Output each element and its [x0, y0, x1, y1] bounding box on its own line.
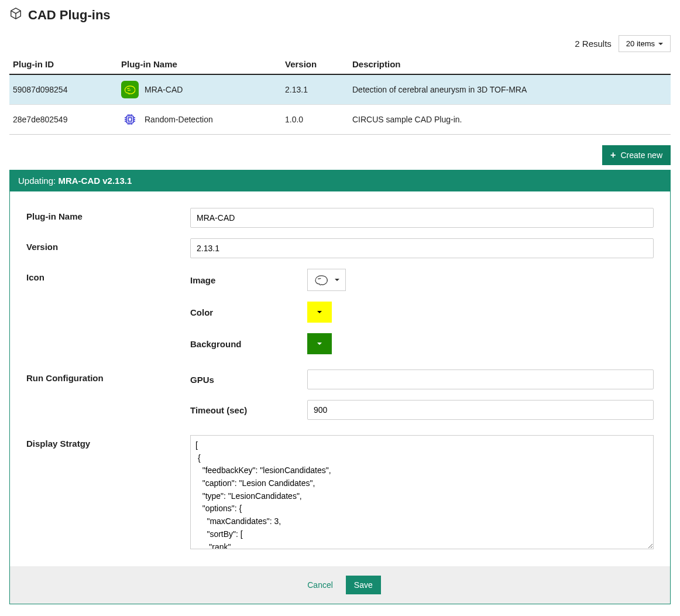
timeout-label: Timeout (sec) [190, 405, 307, 415]
icon-color-picker[interactable] [307, 302, 332, 323]
page-header: CAD Plug-ins [9, 7, 671, 23]
chip-icon [121, 111, 139, 128]
create-new-label: Create new [620, 150, 662, 160]
plugin-name-label: Plug-in Name [26, 208, 190, 221]
cell-description: Detection of cerebral aneurysm in 3D TOF… [349, 74, 671, 105]
save-button[interactable]: Save [346, 576, 381, 594]
cell-name: Random-Detection [145, 115, 213, 124]
run-config-label: Run Configuration [26, 369, 190, 383]
chevron-down-icon [317, 343, 322, 345]
col-header-id: Plug-in ID [9, 54, 118, 74]
results-count: 2 Results [575, 39, 612, 49]
version-label: Version [26, 238, 190, 252]
icon-section-label: Icon [26, 269, 190, 282]
plugin-table: Plug-in ID Plug-in Name Version Descript… [9, 54, 671, 135]
plus-icon: + [610, 150, 616, 160]
cell-id: 28e7de802549 [9, 105, 118, 135]
table-row[interactable]: 28e7de802549 Random-Detection [9, 105, 671, 135]
editor-header-prefix: Updating: [18, 176, 58, 186]
chevron-down-icon [317, 311, 322, 313]
col-header-version: Version [281, 54, 349, 74]
svg-rect-0 [126, 116, 133, 123]
editor-footer: Cancel Save [10, 566, 670, 604]
gpus-label: GPUs [190, 375, 307, 385]
version-input[interactable] [190, 238, 654, 258]
svg-rect-1 [128, 118, 132, 121]
col-header-name: Plug-in Name [118, 54, 281, 74]
cell-name: MRA-CAD [145, 85, 183, 94]
package-icon [9, 7, 22, 23]
table-row[interactable]: 59087d098254 MRA-CAD 2.13.1 Detection of… [9, 74, 671, 105]
editor-header: Updating: MRA-CAD v2.13.1 [10, 170, 670, 191]
brain-icon [314, 274, 329, 286]
gpus-input[interactable] [307, 369, 654, 389]
icon-color-label: Color [190, 307, 307, 317]
items-per-page-select[interactable]: 20 items [619, 35, 671, 52]
chevron-down-icon [658, 43, 663, 45]
editor-header-title: MRA-CAD v2.13.1 [58, 176, 132, 186]
cell-id: 59087d098254 [9, 74, 118, 105]
create-new-button[interactable]: + Create new [602, 145, 671, 165]
icon-image-label: Image [190, 275, 307, 285]
brain-icon [121, 81, 139, 98]
timeout-input[interactable] [307, 400, 654, 420]
cancel-button[interactable]: Cancel [299, 576, 341, 594]
results-bar: 2 Results 20 items [9, 35, 671, 52]
col-header-description: Description [349, 54, 671, 74]
cell-version: 1.0.0 [281, 105, 349, 135]
page-title: CAD Plug-ins [28, 8, 111, 23]
display-strategy-textarea[interactable] [190, 435, 654, 549]
icon-background-picker[interactable] [307, 333, 332, 354]
cell-version: 2.13.1 [281, 74, 349, 105]
items-per-page-label: 20 items [626, 39, 655, 48]
icon-background-label: Background [190, 339, 307, 349]
editor-panel: Updating: MRA-CAD v2.13.1 Plug-in Name V… [9, 170, 671, 604]
icon-image-picker[interactable] [307, 269, 346, 291]
chevron-down-icon [335, 279, 339, 281]
display-strategy-label: Display Stratgy [26, 435, 190, 449]
plugin-name-input[interactable] [190, 208, 654, 228]
cell-description: CIRCUS sample CAD Plug-in. [349, 105, 671, 135]
